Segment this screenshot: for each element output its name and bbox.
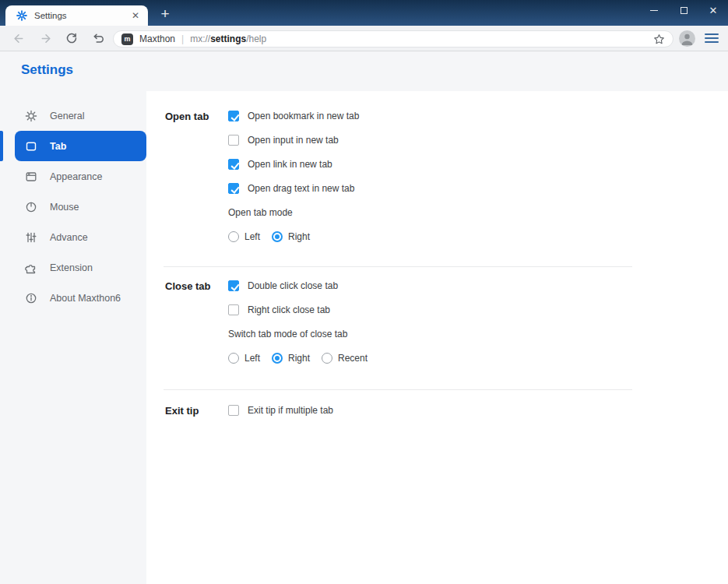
gear-icon — [25, 110, 37, 122]
section-heading: Exit tip — [165, 403, 228, 427]
radio-option-right[interactable]: Right — [272, 353, 310, 364]
radio-icon[interactable] — [228, 353, 239, 364]
radio-option-left[interactable]: Left — [228, 231, 260, 242]
tab-close-icon[interactable]: ✕ — [129, 9, 142, 22]
checkbox-double-click-close[interactable] — [228, 280, 239, 291]
sidebar-item-advance[interactable]: Advance — [15, 222, 146, 252]
checkbox-open-link[interactable] — [228, 159, 239, 170]
checkbox-open-input[interactable] — [228, 135, 239, 146]
setting-row: Double click close tab — [228, 278, 368, 294]
radio-label: Left — [244, 353, 260, 364]
url-path: /help — [246, 33, 266, 44]
radio-label: Recent — [338, 353, 368, 364]
sub-label: Switch tab mode of close tab — [228, 329, 347, 339]
radio-icon[interactable] — [322, 353, 332, 364]
maximize-icon[interactable] — [669, 0, 698, 20]
sub-label: Open tab mode — [228, 207, 293, 218]
url-brand: Maxthon — [139, 33, 175, 44]
avatar-icon[interactable] — [679, 30, 695, 47]
section-heading: Open tab — [165, 108, 228, 253]
checkbox-label: Exit tip if multiple tab — [248, 405, 333, 416]
radio-option-right[interactable]: Right — [272, 231, 310, 242]
window-close-icon[interactable]: ✕ — [698, 0, 728, 20]
setting-row: Switch tab mode of close tab — [228, 326, 368, 342]
sidebar: General Tab Appearance — [0, 100, 146, 313]
sidebar-item-general[interactable]: General — [15, 100, 146, 131]
settings-page: Settings General Tab — [0, 51, 728, 584]
checkbox-label: Right click close tab — [248, 304, 330, 315]
url-host: settings — [210, 33, 246, 44]
setting-row: Left Right Recent — [228, 350, 368, 366]
setting-row: Open tab mode — [228, 205, 359, 220]
checkbox-open-bookmark[interactable] — [228, 111, 239, 121]
reload-icon[interactable] — [62, 28, 82, 48]
info-icon — [25, 292, 37, 304]
section-exit-tip: Exit tip Exit tip if multiple tab — [146, 390, 728, 427]
browser-window: Settings ✕ + ✕ — [0, 0, 728, 584]
radio-label: Right — [288, 353, 310, 364]
sidebar-item-label: Appearance — [50, 171, 102, 182]
sidebar-item-label: Extension — [50, 262, 93, 273]
url-scheme: mx:// — [190, 33, 210, 44]
radio-icon[interactable] — [272, 353, 283, 364]
star-icon[interactable] — [653, 33, 665, 45]
section-heading: Close tab — [165, 278, 228, 375]
gear-favicon-icon — [16, 10, 27, 21]
setting-row: Open input in new tab — [228, 132, 359, 148]
open-tab-mode-group: Left Right — [228, 231, 310, 242]
back-icon[interactable] — [8, 28, 28, 48]
setting-row: Open bookmark in new tab — [228, 108, 359, 124]
sidebar-item-label: Tab — [50, 141, 66, 152]
puzzle-icon — [25, 262, 37, 274]
sidebar-item-label: Advance — [50, 232, 88, 243]
sidebar-item-appearance[interactable]: Appearance — [15, 161, 146, 192]
page-title: Settings — [21, 62, 73, 78]
browser-tab-settings[interactable]: Settings ✕ — [5, 5, 148, 26]
hamburger-menu-icon[interactable] — [705, 31, 719, 45]
titlebar: Settings ✕ + ✕ — [0, 0, 728, 26]
checkbox-open-drag-text[interactable] — [228, 183, 239, 194]
checkbox-label: Open link in new tab — [248, 159, 332, 170]
switch-tab-mode-group: Left Right Recent — [228, 353, 368, 364]
radio-label: Left — [244, 231, 260, 242]
mouse-icon — [25, 201, 37, 213]
section-close-tab: Close tab Double click close tab Right c… — [146, 267, 728, 375]
radio-option-left[interactable]: Left — [228, 353, 260, 364]
setting-row: Open link in new tab — [228, 157, 359, 172]
url-separator: | — [181, 33, 184, 44]
window-controls: ✕ — [639, 0, 728, 20]
sidebar-item-extension[interactable]: Extension — [15, 252, 146, 283]
sidebar-item-label: Mouse — [50, 202, 79, 213]
navbar: m Maxthon | mx://settings/help — [0, 26, 728, 51]
sliders-icon — [25, 231, 37, 244]
radio-icon[interactable] — [228, 231, 239, 242]
setting-row: Right click close tab — [228, 302, 368, 318]
setting-row: Exit tip if multiple tab — [228, 403, 333, 418]
radio-icon[interactable] — [272, 231, 283, 242]
sidebar-item-mouse[interactable]: Mouse — [15, 192, 146, 222]
minimize-icon[interactable] — [639, 0, 669, 20]
maxthon-logo-icon: m — [121, 33, 133, 45]
radio-option-recent[interactable]: Recent — [322, 353, 368, 364]
setting-row: Left Right — [228, 229, 359, 245]
radio-label: Right — [288, 231, 310, 242]
section-open-tab: Open tab Open bookmark in new tab Open i… — [146, 108, 728, 253]
new-tab-icon[interactable]: + — [154, 5, 176, 23]
sidebar-item-about[interactable]: About Maxthon6 — [15, 283, 146, 313]
checkbox-label: Open bookmark in new tab — [248, 111, 359, 121]
sidebar-item-tab[interactable]: Tab — [15, 131, 146, 161]
tab-title: Settings — [34, 11, 129, 20]
sidebar-item-label: General — [50, 111, 84, 121]
undo-icon[interactable] — [88, 28, 108, 48]
setting-row: Open drag text in new tab — [228, 181, 359, 196]
checkbox-label: Open drag text in new tab — [248, 183, 354, 194]
window-icon — [25, 171, 37, 183]
settings-panel: Open tab Open bookmark in new tab Open i… — [146, 91, 728, 584]
sidebar-item-label: About Maxthon6 — [50, 293, 121, 304]
tab-icon — [25, 140, 37, 153]
checkbox-exit-tip[interactable] — [228, 405, 239, 416]
forward-icon[interactable] — [36, 28, 56, 48]
checkbox-right-click-close[interactable] — [228, 304, 239, 315]
checkbox-label: Open input in new tab — [248, 135, 339, 146]
address-bar[interactable]: m Maxthon | mx://settings/help — [113, 30, 673, 47]
